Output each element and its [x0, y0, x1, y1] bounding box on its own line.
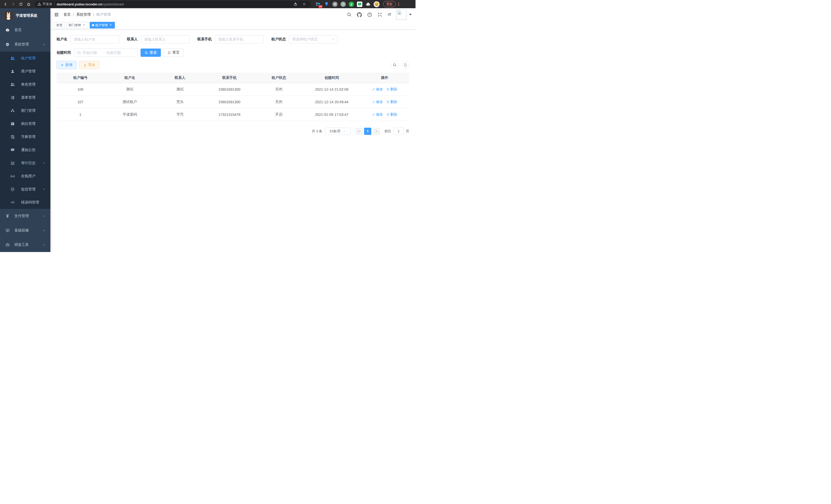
delete-link[interactable]: 删除: [386, 100, 397, 104]
sidebar-item-error-code[interactable]: </> 错误码管理: [0, 196, 50, 209]
share-button[interactable]: [292, 1, 299, 7]
gear-icon: [5, 42, 9, 47]
sidebar-item-audit-log[interactable]: 审计日志: [0, 156, 50, 170]
notice-bubble-icon: [10, 148, 15, 152]
help-button[interactable]: ?: [367, 12, 372, 17]
font-size-button[interactable]: TT: [388, 12, 391, 17]
page-size-select[interactable]: 10条/页: [325, 128, 350, 135]
extension-recorder-icon[interactable]: [341, 2, 346, 7]
url-host: dashboard.yudao.iocoder.cn: [57, 2, 102, 6]
user-menu[interactable]: [396, 9, 412, 20]
sidebar-item-role[interactable]: 角色管理: [0, 78, 50, 91]
extension-command-icon[interactable]: ⌘: [332, 2, 338, 7]
close-tab-icon[interactable]: ×: [109, 23, 113, 27]
tenant-name-label: 租户名: [57, 37, 67, 41]
browser-forward-button[interactable]: [10, 1, 17, 7]
edit-link[interactable]: 修改: [372, 87, 383, 92]
date-range-picker[interactable]: -: [74, 49, 138, 57]
page-number-1[interactable]: 1: [364, 128, 371, 135]
tab-tenant[interactable]: 租户管理 ×: [90, 22, 115, 29]
home-icon: [27, 2, 31, 6]
next-page-button[interactable]: [373, 128, 380, 135]
sidebar-item-system[interactable]: 系统管理: [0, 37, 50, 52]
filter-row-2: 创建时间 - 搜索 重置: [57, 49, 409, 57]
tab-home[interactable]: 首页: [54, 22, 65, 29]
browser-home-button[interactable]: [25, 1, 32, 7]
browser-menu-button[interactable]: [398, 3, 399, 6]
status-value: 关闭: [254, 95, 304, 108]
address-bar[interactable]: 不安全 dashboard.yudao.iocoder.cn/system/te…: [34, 1, 311, 7]
header-search-button[interactable]: [347, 12, 351, 17]
sidebar-item-infra[interactable]: 基础设施: [0, 223, 50, 238]
end-date-input[interactable]: [106, 51, 125, 55]
reload-icon: [19, 2, 23, 6]
col-status: 租户状态: [254, 73, 304, 83]
dashboard-icon: [5, 28, 10, 32]
tenant-table: 租户编号 租户名 联系人 联系手机 租户状态 创建时间 操作 108 测试 测试: [57, 73, 409, 121]
sidebar-item-home[interactable]: 首页: [0, 23, 50, 37]
extensions-menu-button[interactable]: [365, 1, 371, 7]
extension-yudao-icon[interactable]: y: [349, 2, 354, 7]
chevron-left-icon: [357, 130, 361, 133]
tags-view: 首页 部门管理 × 租户管理 ×: [50, 21, 416, 30]
refresh-table-button[interactable]: [402, 61, 409, 69]
reset-button[interactable]: 重置: [164, 49, 184, 57]
status-value: 关闭: [254, 83, 304, 95]
breadcrumb-home[interactable]: 首页: [63, 12, 71, 17]
delete-link[interactable]: 删除: [386, 87, 397, 92]
sidebar-item-notice[interactable]: 通知公告: [0, 143, 50, 156]
add-button[interactable]: 新增: [57, 61, 77, 69]
edit-link[interactable]: 修改: [372, 112, 383, 117]
table-row: 1 芋道源码 芋艿 17321315478 开启 2021-01-05 17:0…: [57, 108, 409, 121]
emoji-face-icon: [374, 2, 379, 6]
contact-input[interactable]: [141, 35, 190, 43]
breadcrumb-system[interactable]: 系统管理: [76, 12, 91, 17]
edit-link[interactable]: 修改: [372, 100, 383, 104]
sidebar-item-dict[interactable]: 字典管理: [0, 130, 50, 143]
fullscreen-button[interactable]: [377, 12, 382, 17]
delete-link[interactable]: 删除: [386, 112, 397, 117]
sidebar-item-devtools[interactable]: 研发工具: [0, 238, 50, 252]
browser-reload-button[interactable]: [18, 1, 24, 7]
status-select[interactable]: 请选择租户状态: [289, 35, 338, 43]
sidebar-item-post[interactable]: 岗位管理: [0, 117, 50, 130]
tab-dept[interactable]: 部门管理 ×: [66, 22, 88, 29]
y-glyph: y: [350, 2, 352, 6]
navbar-actions: ? TT: [347, 9, 412, 20]
tenant-name-input[interactable]: [70, 35, 119, 43]
sidebar-item-user[interactable]: 用户管理: [0, 65, 50, 78]
bookmark-button[interactable]: ☆: [301, 1, 308, 7]
toggle-search-button[interactable]: [391, 61, 399, 69]
collapse-sidebar-button[interactable]: [54, 12, 59, 17]
sidebar-item-online-users[interactable]: 在线用户: [0, 170, 50, 183]
dict-book-icon: [10, 135, 15, 139]
sidebar-item-tenant[interactable]: 租户管理: [0, 52, 50, 65]
extension-balloon-icon[interactable]: [324, 1, 329, 7]
export-button[interactable]: 导出: [79, 61, 99, 69]
col-actions: 操作: [360, 73, 409, 83]
extension-tabs-icon[interactable]: 10: [315, 1, 321, 7]
broken-image-icon: [397, 10, 402, 15]
browser-profile-avatar[interactable]: [374, 1, 379, 7]
github-icon: [357, 12, 362, 17]
goto-page-input[interactable]: [393, 128, 404, 135]
sidebar-item-dept[interactable]: 部门管理: [0, 104, 50, 117]
browser-back-button[interactable]: [2, 1, 9, 7]
start-date-input[interactable]: [83, 51, 102, 55]
extension-chat-icon[interactable]: [357, 2, 362, 7]
github-link[interactable]: [357, 12, 362, 17]
close-tab-icon[interactable]: ×: [82, 23, 86, 27]
search-button[interactable]: 搜索: [141, 49, 161, 57]
site-security[interactable]: 不安全: [37, 2, 52, 6]
browser-update-button[interactable]: 更新: [383, 1, 396, 7]
phone-input[interactable]: [215, 35, 264, 43]
sidebar-item-menu[interactable]: 菜单管理: [0, 91, 50, 104]
sidebar-item-sms[interactable]: 短信管理: [0, 183, 50, 196]
search-icon: [145, 51, 148, 55]
contact-label: 联系人: [127, 37, 138, 41]
sidebar-item-payment[interactable]: ¥ 支付管理: [0, 209, 50, 223]
logo-link[interactable]: 芋道管理系统: [0, 8, 50, 23]
download-icon: [83, 63, 87, 67]
page-content: 租户名 联系人 联系手机 租户状态 请选择租户状态: [50, 30, 416, 252]
prev-page-button[interactable]: [355, 128, 363, 135]
